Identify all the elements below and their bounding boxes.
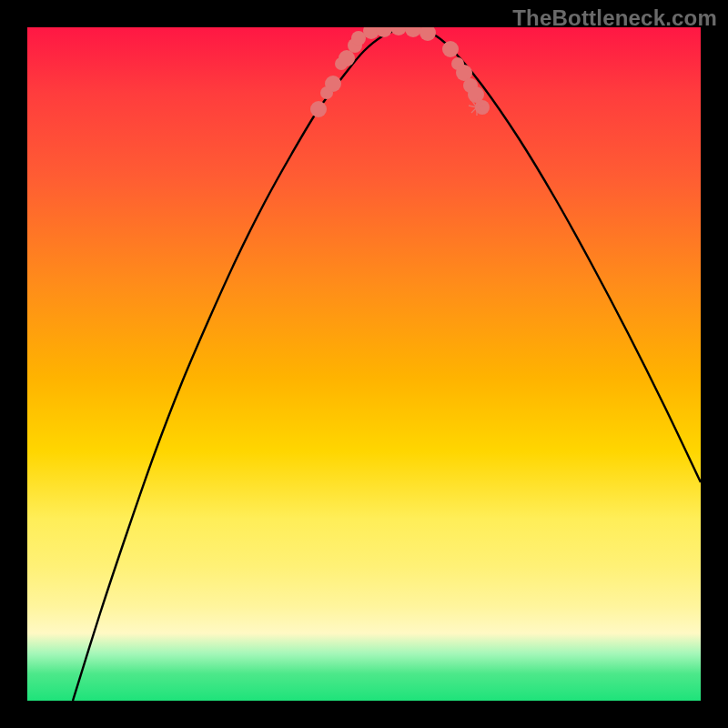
chart-plot-area xyxy=(27,27,701,701)
curve-marker-dot xyxy=(420,27,436,41)
chart-svg xyxy=(27,27,701,701)
curve-marker-dot xyxy=(390,27,407,35)
curve-marker-dot xyxy=(405,27,421,37)
curve-markers xyxy=(310,27,490,117)
curve-marker-dot xyxy=(376,27,392,37)
curve-marker-dot xyxy=(325,76,341,92)
curve-marker-dot xyxy=(442,41,459,57)
curve-marker-dot xyxy=(310,101,327,117)
watermark-text: TheBottleneck.com xyxy=(512,5,717,31)
curve-marker-dot xyxy=(339,50,355,66)
bottleneck-curve xyxy=(73,28,701,701)
